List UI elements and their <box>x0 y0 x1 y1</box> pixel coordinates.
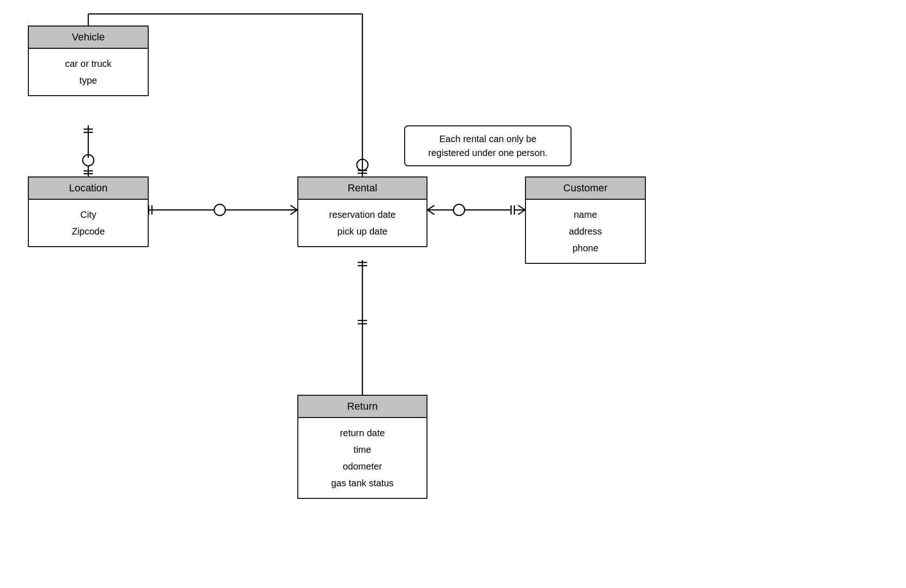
return-entity: Return return date time odometer gas tan… <box>297 395 427 499</box>
vehicle-attr-1: car or truck <box>38 55 138 72</box>
location-body: City Zipcode <box>29 200 148 246</box>
svg-line-30 <box>518 205 525 210</box>
vehicle-attr-2: type <box>38 72 138 89</box>
svg-point-25 <box>453 204 465 216</box>
vehicle-body: car or truck type <box>29 49 148 95</box>
rental-entity: Rental reservation date pick up date <box>297 176 427 247</box>
return-body: return date time odometer gas tank statu… <box>298 418 427 498</box>
note-text: Each rental can only beregistered under … <box>414 132 561 160</box>
customer-attr-1: name <box>535 206 636 223</box>
svg-point-10 <box>214 204 225 216</box>
vehicle-entity: Vehicle car or truck type <box>28 26 149 96</box>
svg-line-23 <box>427 205 434 210</box>
return-attr-2: time <box>308 441 417 458</box>
rental-header: Rental <box>298 177 427 200</box>
svg-line-13 <box>290 210 297 215</box>
svg-line-24 <box>427 210 434 215</box>
rental-attr-1: reservation date <box>308 206 417 223</box>
location-header: Location <box>29 177 148 200</box>
customer-attr-3: phone <box>535 240 636 256</box>
return-attr-3: odometer <box>308 458 417 475</box>
rental-attr-2: pick up date <box>308 223 417 240</box>
location-entity: Location City Zipcode <box>28 176 149 247</box>
note-box: Each rental can only beregistered under … <box>404 125 571 166</box>
svg-line-12 <box>290 205 297 210</box>
svg-line-31 <box>518 210 525 215</box>
rental-body: reservation date pick up date <box>298 200 427 246</box>
location-attr-2: Zipcode <box>38 223 138 240</box>
customer-body: name address phone <box>526 200 645 263</box>
return-attr-1: return date <box>308 425 417 441</box>
customer-attr-2: address <box>535 223 636 240</box>
customer-header: Customer <box>526 177 645 200</box>
svg-point-19 <box>357 159 368 170</box>
location-attr-1: City <box>38 206 138 223</box>
vehicle-header: Vehicle <box>29 26 148 49</box>
return-header: Return <box>298 396 427 418</box>
svg-point-1 <box>83 155 94 166</box>
customer-entity: Customer name address phone <box>525 176 646 264</box>
return-attr-4: gas tank status <box>308 475 417 491</box>
erd-diagram: Vehicle car or truck type Location City … <box>0 0 906 588</box>
